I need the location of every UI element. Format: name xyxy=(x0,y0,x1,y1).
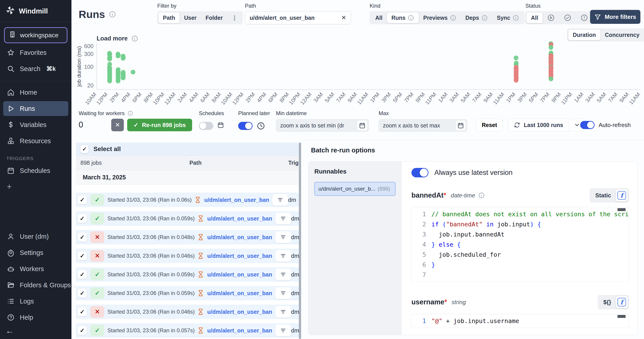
success-run-point[interactable] xyxy=(107,57,112,61)
rerun-jobs-button[interactable]: ✓ Re-run 898 jobs xyxy=(127,119,192,131)
kind-option-sync[interactable]: Sync xyxy=(492,12,524,23)
mode-label[interactable]: ${} xyxy=(599,299,616,306)
add-trigger-button[interactable]: + xyxy=(0,179,72,194)
success-run-point[interactable] xyxy=(121,76,126,80)
run-path-link[interactable]: u/dm/alert_on_user_ban xyxy=(207,253,272,259)
sidebar-item-logs[interactable]: Logs xyxy=(3,294,68,309)
table-row[interactable]: ✓✕Started 31/03, 23:06 (Ran in 0.048s)u/… xyxy=(76,230,301,244)
runs-info-icon[interactable] xyxy=(109,11,116,18)
status-option-check-circle[interactable] xyxy=(559,12,576,23)
waiting-info-icon[interactable] xyxy=(128,110,133,116)
success-run-point[interactable] xyxy=(549,77,554,81)
collapse-sidebar-button[interactable]: ← xyxy=(0,325,72,335)
schedules-toggle[interactable] xyxy=(199,122,213,130)
row-filter-button[interactable] xyxy=(275,250,291,262)
sidebar-item-user-dm-[interactable]: User (dm) xyxy=(3,229,68,244)
field-info-icon[interactable] xyxy=(478,192,485,199)
cancel-selection-button[interactable]: ✕ xyxy=(111,119,124,131)
mode-selected-chip[interactable]: f xyxy=(616,296,628,308)
select-all-checkbox[interactable]: ✓ xyxy=(80,145,88,153)
workspace-selector[interactable]: workingspace xyxy=(4,27,68,43)
batch-scrollbar[interactable] xyxy=(638,210,638,334)
row-checkbox[interactable]: ✓ xyxy=(78,233,87,242)
table-row[interactable]: ✓✓Started 31/03, 23:06 (Ran in 0.06s)u/d… xyxy=(76,193,301,207)
row-filter-button[interactable] xyxy=(275,269,291,280)
table-row[interactable]: ✓✕Started 31/03, 23:06 (Ran in 0.046s)u/… xyxy=(76,249,301,263)
row-checkbox[interactable]: ✓ xyxy=(78,195,87,204)
table-row[interactable]: ✓✓Started 31/03, 23:06 (Ran in 0.059s)u/… xyxy=(76,267,301,282)
filter-by-option-path[interactable]: Path xyxy=(158,12,180,23)
sidebar-item-schedules[interactable]: Schedules xyxy=(3,163,68,178)
mode-selected-chip[interactable]: f xyxy=(616,189,628,201)
row-filter-button[interactable] xyxy=(275,324,291,336)
row-checkbox[interactable]: ✓ xyxy=(78,251,87,260)
filter-by-option-folder[interactable]: Folder xyxy=(201,12,227,23)
row-filter-button[interactable] xyxy=(275,213,291,224)
table-row[interactable]: ✓✓Started 31/03, 23:06 (Ran in 0.057s)u/… xyxy=(76,323,301,338)
success-run-point[interactable] xyxy=(548,45,553,50)
success-run-point[interactable] xyxy=(108,79,112,83)
reset-button[interactable]: Reset xyxy=(476,119,502,131)
row-checkbox[interactable]: ✓ xyxy=(78,270,87,279)
sidebar-item-resources[interactable]: Resources xyxy=(3,134,68,148)
row-filter-button[interactable] xyxy=(272,194,288,206)
success-run-point[interactable] xyxy=(121,56,126,61)
sidebar-item-home[interactable]: Home xyxy=(3,85,68,100)
runnable-item[interactable]: u/dm/alert_on_user_b... (898) xyxy=(314,182,396,196)
success-run-point[interactable] xyxy=(514,56,518,60)
code-editor-username[interactable]: 1"@" + job.input.username xyxy=(412,314,629,328)
sidebar-item-help[interactable]: Help xyxy=(3,310,68,325)
sidebar-item-settings[interactable]: Settings xyxy=(3,245,68,260)
kind-option-previews[interactable]: Previews xyxy=(418,12,461,23)
app-logo[interactable]: Windmill xyxy=(0,3,72,22)
row-filter-button[interactable] xyxy=(275,306,291,318)
row-checkbox[interactable]: ✓ xyxy=(78,214,87,223)
editor-code[interactable]: // bannedAt does not exist on all versio… xyxy=(432,207,629,282)
planned-later-toggle[interactable] xyxy=(238,122,252,130)
table-row[interactable]: ✓✓Started 31/03, 23:06 (Ran in 0.059s)u/… xyxy=(76,286,301,300)
row-filter-button[interactable] xyxy=(275,287,291,299)
min-datetime-input[interactable]: zoom x axis to set min (dr xyxy=(276,119,369,132)
jobs-scrollbar[interactable] xyxy=(299,143,301,339)
status-option-all[interactable]: All xyxy=(526,12,543,23)
failed-run-point[interactable] xyxy=(514,78,518,83)
filter-by-kebab-icon[interactable]: ⋮ xyxy=(227,12,242,23)
clear-path-icon[interactable]: ✕ xyxy=(341,14,346,21)
sidebar-item-variables[interactable]: Variables xyxy=(3,117,68,132)
sidebar-item-favorites[interactable]: Favorites xyxy=(3,45,68,60)
table-row[interactable]: ✓✕Started 31/03, 23:06 (Ran in 0.046s)u/… xyxy=(76,305,301,319)
min-calendar-button[interactable] xyxy=(357,120,368,131)
row-checkbox[interactable]: ✓ xyxy=(78,326,87,335)
run-path-link[interactable]: u/dm/alert_on_user_ban xyxy=(207,215,272,222)
mode-label[interactable]: Static xyxy=(591,192,616,199)
editor-code[interactable]: "@" + job.input.username xyxy=(432,314,629,328)
sidebar-item-search[interactable]: Search⌘k xyxy=(3,61,68,76)
success-run-point[interactable] xyxy=(116,54,120,58)
auto-refresh-toggle[interactable] xyxy=(580,121,594,129)
max-calendar-button[interactable] xyxy=(456,120,466,131)
run-path-link[interactable]: u/dm/alert_on_user_ban xyxy=(207,309,272,315)
row-filter-button[interactable] xyxy=(275,231,291,243)
row-checkbox[interactable]: ✓ xyxy=(78,289,87,298)
success-run-point[interactable] xyxy=(116,79,120,83)
kind-option-runs[interactable]: Runs xyxy=(387,12,419,23)
run-path-link[interactable]: u/dm/alert_on_user_ban xyxy=(204,197,269,203)
run-path-link[interactable]: u/dm/alert_on_user_ban xyxy=(207,271,272,278)
run-path-link[interactable]: u/dm/alert_on_user_ban xyxy=(207,234,272,240)
sidebar-item-runs[interactable]: Runs xyxy=(3,101,68,116)
more-filters-button[interactable]: More filters xyxy=(590,10,640,24)
kind-option-all[interactable]: All xyxy=(371,12,387,23)
max-datetime-input[interactable]: zoom x axis to set max xyxy=(379,119,468,132)
runs-scatter-chart[interactable]: 2010030060010AM12PM2PM4PM6PM8PM10PM12AM2… xyxy=(79,34,644,111)
run-path-link[interactable]: u/dm/alert_on_user_ban xyxy=(207,327,272,334)
sidebar-item-workers[interactable]: Workers xyxy=(3,261,68,276)
code-editor-bannedAt[interactable]: 1234567// bannedAt does not exist on all… xyxy=(412,207,629,282)
last-runs-button[interactable]: Last 1000 runs xyxy=(508,119,568,131)
table-row[interactable]: ✓✓Started 31/03, 23:06 (Ran in 0.059s)u/… xyxy=(76,211,301,226)
path-filter-input[interactable]: u/dm/alert_on_user_ban ✕ xyxy=(245,11,351,24)
sidebar-item-folders-groups-[interactable]: Folders & Groups... xyxy=(3,278,68,292)
latest-version-toggle[interactable] xyxy=(412,168,428,177)
kind-option-deps[interactable]: Deps xyxy=(461,12,492,23)
status-option-play-circle[interactable] xyxy=(543,12,559,23)
filter-by-option-user[interactable]: User xyxy=(180,12,201,23)
